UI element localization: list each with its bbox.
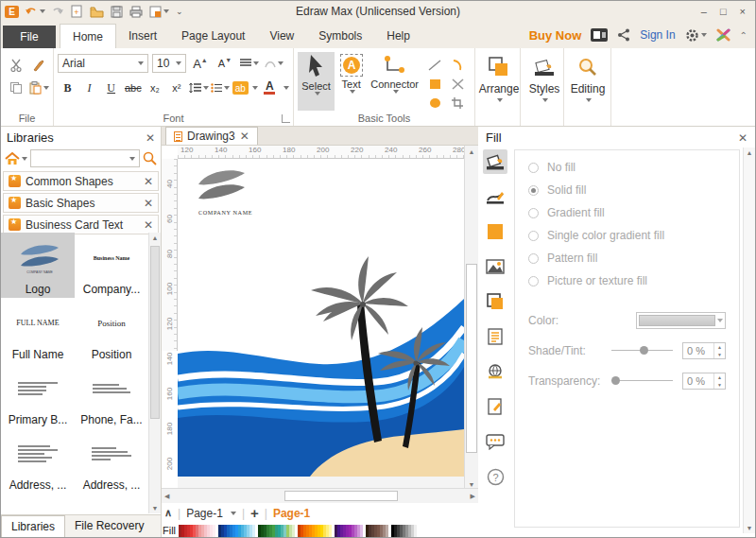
drawing-page[interactable]: COMPANY NAME <box>178 159 464 477</box>
font-dialog-launcher[interactable] <box>282 114 290 123</box>
export-image-icon[interactable] <box>591 28 608 42</box>
snapshot-button[interactable] <box>149 4 169 19</box>
scroll-down-icon[interactable]: ▼ <box>744 525 755 531</box>
hyperlink-icon[interactable] <box>483 359 507 384</box>
document-tab-close-icon[interactable]: ✕ <box>240 130 249 142</box>
radio-icon[interactable] <box>528 276 539 286</box>
subscript-button[interactable]: x₂ <box>145 78 164 97</box>
connector-tool[interactable]: Connector <box>368 52 421 111</box>
text-arc-icon[interactable] <box>264 54 284 73</box>
library-item-position[interactable]: Position Position <box>75 298 148 363</box>
library-item-logo[interactable]: COMPANY NAME Logo <box>1 233 75 298</box>
scroll-left-icon[interactable]: ◀ <box>164 493 169 500</box>
underline-button[interactable]: U <box>101 78 121 97</box>
styles-button[interactable]: Styles <box>524 52 564 102</box>
text-tool[interactable]: A Text <box>335 52 368 111</box>
font-color-button[interactable]: A <box>260 78 280 97</box>
library-item-company[interactable]: Business Name Company... <box>75 233 148 298</box>
editing-button[interactable]: Editing <box>568 52 608 102</box>
comment-icon[interactable] <box>483 429 507 454</box>
buy-now-link[interactable]: Buy Now <box>529 28 582 43</box>
scroll-right-icon[interactable]: ▶ <box>471 493 475 500</box>
line-style-icon[interactable] <box>483 184 507 209</box>
cut-icon[interactable] <box>6 56 26 75</box>
section-close-icon[interactable]: ✕ <box>144 176 153 187</box>
libraries-close-icon[interactable]: ✕ <box>146 132 155 144</box>
arc-tool-icon[interactable] <box>452 60 463 71</box>
italic-button[interactable]: I <box>79 78 99 97</box>
rectangle-tool-icon[interactable] <box>429 78 441 90</box>
fill-tool-icon[interactable] <box>483 149 507 174</box>
quick-color-icon[interactable] <box>483 219 507 244</box>
fill-panel-scrollbar[interactable]: ▲ ▼ <box>743 148 755 533</box>
tab-file[interactable]: File <box>3 26 56 48</box>
library-home-icon[interactable] <box>5 152 27 165</box>
library-item-phone-fax[interactable]: Phone, Fa... <box>75 363 148 428</box>
scroll-down-icon[interactable]: ▼ <box>149 505 161 512</box>
color-swatch-blues[interactable] <box>252 525 255 537</box>
scroll-up-icon[interactable]: ▲ <box>744 149 755 156</box>
note-icon[interactable] <box>483 324 507 349</box>
radio-icon[interactable] <box>528 253 539 264</box>
strikethrough-button[interactable]: abc <box>123 78 143 97</box>
color-swatch-browns[interactable] <box>386 525 388 537</box>
copy-icon[interactable] <box>6 78 26 97</box>
transparency-slider[interactable] <box>611 375 673 387</box>
library-item-primary-business[interactable]: Primary B... <box>1 363 75 428</box>
color-swatch-greens[interactable] <box>292 525 295 537</box>
tab-home[interactable]: Home <box>60 24 116 48</box>
fill-option-solid-fill[interactable]: Solid fill <box>515 179 739 201</box>
shadow-icon[interactable] <box>483 289 507 314</box>
ellipse-tool-icon[interactable] <box>429 97 441 109</box>
color-swatch-grays[interactable] <box>417 525 420 537</box>
bold-button[interactable]: B <box>58 78 77 97</box>
attachment-note-icon[interactable] <box>483 394 507 419</box>
print-button[interactable] <box>129 4 143 19</box>
close-button[interactable]: × <box>740 3 746 20</box>
library-section-common-shapes[interactable]: Common Shapes ✕ <box>3 171 159 191</box>
highlight-button[interactable]: ab <box>232 81 249 95</box>
sign-in-link[interactable]: Sign In <box>640 28 675 42</box>
save-button[interactable] <box>111 4 123 19</box>
tab-view[interactable]: View <box>257 24 306 48</box>
library-scrollbar[interactable]: ▲ ▼ <box>148 233 161 513</box>
page-selector-caret[interactable] <box>231 512 236 515</box>
library-item-address-1[interactable]: Address, ... <box>1 428 75 494</box>
fill-panel-close-icon[interactable]: ✕ <box>738 132 747 144</box>
page-tab-page1[interactable]: Page-1 <box>273 507 310 520</box>
open-button[interactable] <box>90 4 104 19</box>
share-icon[interactable] <box>617 28 630 42</box>
radio-icon[interactable] <box>528 163 539 173</box>
shade-tint-spinner[interactable]: 0 %▲▼ <box>682 342 726 359</box>
fill-option-no-fill[interactable]: No fill <box>515 156 739 179</box>
radio-icon[interactable] <box>528 208 539 218</box>
minimize-button[interactable]: – <box>701 3 707 20</box>
fill-option-gradient-fill[interactable]: Gradient fill <box>515 201 739 224</box>
section-close-icon[interactable]: ✕ <box>144 198 153 209</box>
line-spacing-icon[interactable] <box>188 78 208 97</box>
settings-gear-icon[interactable] <box>685 28 707 43</box>
scroll-down-icon[interactable]: ▼ <box>465 481 478 488</box>
undo-button[interactable] <box>25 4 45 19</box>
library-item-full-name[interactable]: FULL NAME Full Name <box>1 298 75 363</box>
tab-help[interactable]: Help <box>374 24 422 48</box>
library-search-input[interactable] <box>30 149 140 167</box>
document-tab-drawing3[interactable]: Drawing3 ✕ <box>165 127 258 145</box>
redo-button[interactable] <box>52 4 64 19</box>
radio-icon[interactable] <box>528 185 539 196</box>
arrange-button[interactable]: Arrange <box>479 52 519 102</box>
spin-down-icon[interactable]: ▼ <box>714 351 725 358</box>
qat-more-button[interactable]: ⌄ <box>176 4 183 19</box>
scroll-up-icon[interactable]: ▲ <box>149 234 161 241</box>
color-swatch-reds[interactable] <box>213 525 215 537</box>
align-text-icon[interactable] <box>239 54 260 73</box>
library-search-icon[interactable] <box>143 151 157 165</box>
spin-down-icon[interactable]: ▼ <box>714 381 725 389</box>
library-section-basic-shapes[interactable]: Basic Shapes ✕ <box>3 193 159 213</box>
tab-insert[interactable]: Insert <box>116 24 169 48</box>
line-tool-icon[interactable] <box>428 60 441 71</box>
color-swatch-oranges[interactable] <box>329 525 332 537</box>
paste-icon[interactable] <box>25 78 53 97</box>
spin-up-icon[interactable]: ▲ <box>714 343 725 351</box>
picture-icon[interactable] <box>483 254 507 279</box>
